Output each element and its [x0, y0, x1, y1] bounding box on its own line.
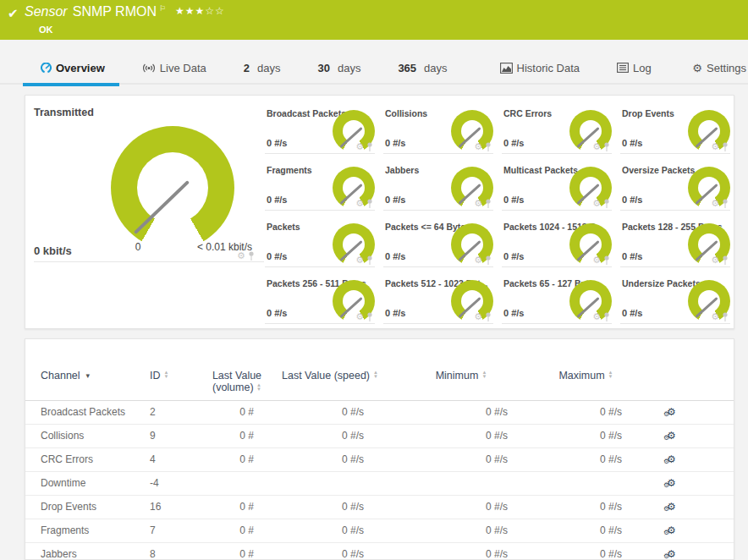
- gauge-hole: [137, 152, 208, 223]
- gear-icon[interactable]: ⚙: [355, 142, 364, 151]
- channel-name: Jabbers: [41, 543, 150, 560]
- pin-icon[interactable]: [366, 142, 373, 151]
- gear-icon[interactable]: ⚙: [592, 312, 601, 321]
- tab-settings[interactable]: ⚙ Settings: [692, 62, 746, 74]
- channel-id: 2: [150, 401, 203, 424]
- mini-gauge-panel[interactable]: Multicast Packets 0 #/s ⚙: [502, 161, 612, 211]
- mini-gauge-panel[interactable]: Packets 65 - 127 Bytes 0 #/s ⚙: [502, 274, 612, 324]
- mini-gauge-panel[interactable]: Collisions 0 #/s ⚙: [383, 104, 493, 154]
- last-value-speed: 0 #/s: [271, 401, 389, 424]
- sensor-kind-label: Sensor: [25, 4, 68, 19]
- channel-settings-icon[interactable]: ⚙⚙: [667, 496, 676, 519]
- gear-icon[interactable]: ⚙: [355, 255, 364, 265]
- gear-icon[interactable]: ⚙: [474, 142, 482, 151]
- column-header-maximum[interactable]: Maximum ▲▼: [533, 370, 639, 382]
- tab-historic-data[interactable]: Historic Data: [500, 62, 580, 74]
- mini-gauge-panel[interactable]: Packets 256 - 511 Bytes 0 #/s ⚙: [265, 274, 375, 324]
- mini-gauge-panel[interactable]: Packets 0 #/s ⚙: [265, 217, 375, 267]
- channel-settings-icon[interactable]: ⚙⚙: [667, 448, 676, 471]
- column-header-last-value-volume[interactable]: Last Value (volume) ▲▼: [203, 370, 271, 393]
- gear-icon[interactable]: ⚙: [474, 312, 482, 321]
- channel-value: 0 #/s: [267, 308, 287, 318]
- priority-stars[interactable]: ★★★☆☆: [175, 5, 225, 17]
- gear-icon[interactable]: ⚙: [474, 199, 482, 208]
- mini-gauge-panel[interactable]: Packets <= 64 Byte 0 #/s ⚙: [383, 217, 493, 267]
- channel-name: Downtime: [41, 472, 150, 495]
- primary-gauge[interactable]: [111, 126, 234, 250]
- channel-settings-icon[interactable]: ⚙⚙: [667, 425, 676, 447]
- tab-live-data[interactable]: Live Data: [142, 62, 206, 74]
- tab-overview[interactable]: Overview: [41, 62, 105, 74]
- channel-id: -4: [150, 472, 203, 495]
- pin-icon[interactable]: [722, 255, 729, 265]
- mini-gauge-panel[interactable]: Packets 128 - 255 Bytes 0 #/s ⚙: [620, 217, 730, 267]
- pin-icon[interactable]: [485, 312, 492, 321]
- pin-icon[interactable]: [722, 142, 729, 151]
- pin-icon[interactable]: [722, 199, 729, 208]
- channel-title: Packets: [267, 222, 300, 232]
- gear-icon[interactable]: ⚙: [355, 312, 364, 321]
- mini-gauge-panel[interactable]: Packets 1024 - 1518 B... 0 #/s ⚙: [502, 217, 612, 267]
- channel-value: 0 #/s: [503, 251, 524, 261]
- mini-gauge-panel[interactable]: Jabbers 0 #/s ⚙: [383, 161, 493, 211]
- mini-gauge-panel[interactable]: Packets 512 - 1023 Byt... 0 #/s ⚙: [383, 274, 493, 324]
- minimum-value: 0 #/s: [389, 448, 533, 471]
- channel-settings-icon[interactable]: ⚙⚙: [667, 543, 676, 560]
- column-header-last-value-speed[interactable]: Last Value (speed) ▲▼: [271, 370, 389, 382]
- gear-icon[interactable]: ⚙: [592, 255, 601, 265]
- table-row: Fragments 7 0 # 0 #/s 0 #/s 0 #/s ⚙⚙: [25, 519, 734, 543]
- pin-icon[interactable]: [366, 199, 373, 208]
- status-badge: OK: [39, 25, 53, 35]
- mini-gauge-panel[interactable]: Fragments 0 #/s ⚙: [265, 161, 375, 211]
- pin-icon[interactable]: [603, 142, 610, 151]
- gear-icon[interactable]: ⚙: [711, 142, 719, 151]
- gear-icon[interactable]: ⚙: [711, 199, 719, 208]
- tab-2-days[interactable]: 2 days: [244, 62, 281, 74]
- maximum-value: 0 #/s: [533, 519, 639, 542]
- channel-value: 0 #/s: [503, 138, 524, 148]
- maximum-value: 0 #/s: [533, 448, 639, 471]
- gear-icon[interactable]: ⚙: [237, 251, 245, 261]
- gear-icon[interactable]: ⚙: [355, 199, 364, 208]
- mini-gauge-panel[interactable]: Broadcast Packets 0 #/s ⚙: [265, 104, 375, 154]
- pin-icon[interactable]: [722, 312, 729, 321]
- table-row: Drop Events 16 0 # 0 #/s 0 #/s 0 #/s ⚙⚙: [25, 496, 734, 519]
- gear-icon[interactable]: ⚙: [592, 142, 601, 151]
- mini-gauge-panel[interactable]: CRC Errors 0 #/s ⚙: [502, 104, 612, 154]
- tab-365-days[interactable]: 365 days: [398, 62, 447, 74]
- pin-icon[interactable]: [603, 255, 610, 265]
- pin-icon[interactable]: [485, 142, 492, 151]
- maximum-value: 0 #/s: [533, 496, 639, 519]
- channel-value: 0 #/s: [622, 308, 642, 318]
- gear-icon[interactable]: ⚙: [711, 255, 719, 265]
- pin-icon[interactable]: [366, 255, 373, 265]
- channel-name: Drop Events: [41, 496, 150, 519]
- mini-gauge-panel[interactable]: Undersize Packets 0 #/s ⚙: [620, 274, 730, 324]
- channel-settings-icon[interactable]: ⚙⚙: [667, 472, 676, 495]
- tab-log[interactable]: Log: [617, 62, 652, 74]
- pin-icon[interactable]: [485, 255, 492, 265]
- tab-30-days[interactable]: 30 days: [317, 62, 360, 74]
- column-header-id[interactable]: ID ▲▼: [150, 370, 203, 382]
- pin-icon[interactable]: [248, 251, 255, 261]
- chart-icon: [500, 63, 513, 74]
- column-header-channel[interactable]: Channel ▾: [41, 370, 150, 382]
- pin-icon[interactable]: [603, 199, 610, 208]
- gear-icon[interactable]: ⚙: [474, 255, 482, 265]
- channel-value: 0 #/s: [267, 138, 287, 148]
- maximum-value: 0 #/s: [533, 401, 639, 424]
- mini-gauge-panel[interactable]: Drop Events 0 #/s ⚙: [620, 104, 730, 154]
- pin-icon[interactable]: [366, 312, 373, 321]
- pin-icon[interactable]: [603, 312, 610, 321]
- gear-icon[interactable]: ⚙: [592, 199, 601, 208]
- gauge-scale-min: 0: [125, 241, 151, 253]
- mini-gauge-panel[interactable]: Oversize Packets 0 #/s ⚙: [620, 161, 730, 211]
- channel-settings-icon[interactable]: ⚙⚙: [667, 519, 676, 542]
- channel-settings-icon[interactable]: ⚙⚙: [667, 401, 676, 424]
- gear-icon[interactable]: ⚙: [711, 312, 719, 321]
- mini-gauge-grid: Broadcast Packets 0 #/s ⚙ Collisions 0 #…: [265, 104, 730, 324]
- minimum-value: 0 #/s: [389, 401, 533, 424]
- pin-icon[interactable]: [485, 199, 492, 208]
- column-header-minimum[interactable]: Minimum ▲▼: [389, 370, 533, 382]
- sensor-header: ✔ SensorSNMP RMON⚐ ★★★☆☆ OK: [0, 0, 748, 40]
